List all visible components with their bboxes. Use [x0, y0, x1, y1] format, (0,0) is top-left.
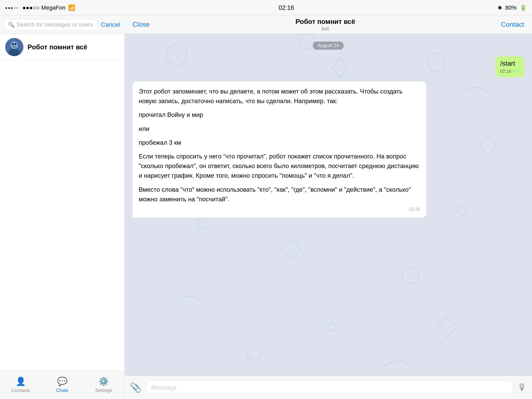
- contacts-icon: 👤: [16, 376, 26, 386]
- chat-info: Робот помнит всё: [28, 43, 119, 51]
- search-bar: 🔍 Cancel: [0, 16, 124, 34]
- chat-title: Робот помнит всё: [295, 18, 355, 26]
- chats-icon: 💬: [57, 376, 68, 386]
- status-bar: ●●●○○ ●●●○○ MegaFon 📶 02:16 ✱ 80% 🔋: [0, 0, 532, 16]
- svg-point-4: [15, 43, 17, 45]
- search-input-container: 🔍: [4, 19, 98, 30]
- outgoing-text: /start: [500, 59, 515, 67]
- attach-button[interactable]: 📎: [130, 382, 142, 393]
- chat-header-center: Робот помнит всё bot: [295, 18, 355, 32]
- date-badge: August 24: [313, 42, 343, 50]
- wifi-icon: 📶: [68, 4, 75, 11]
- right-panel: Close Робот помнит всё bot Contact Augus…: [125, 16, 532, 399]
- incoming-time-row: 02:16: [139, 206, 420, 213]
- tab-chats-label: Chats: [56, 388, 68, 393]
- tab-bar: 👤 Contacts 💬 Chats ⚙️ Settings: [0, 370, 124, 399]
- read-ticks: ✓✓: [512, 69, 520, 74]
- message-row-incoming: Этот робот запоминает, что вы делаете, а…: [132, 81, 524, 218]
- incoming-text: Этот робот запоминает, что вы делаете, а…: [139, 87, 420, 204]
- outgoing-bubble: /start 02:16 ✓✓: [495, 56, 524, 77]
- incoming-time: 02:16: [409, 206, 420, 213]
- chat-header: Close Робот помнит всё bot Contact: [125, 16, 532, 34]
- message-input-area: 📎 🎙: [125, 376, 532, 399]
- signal-dots: ●●●○○: [5, 6, 19, 10]
- tab-chats[interactable]: 💬 Chats: [42, 376, 83, 393]
- status-time: 02:16: [278, 4, 294, 11]
- svg-point-3: [12, 43, 14, 45]
- status-right: ✱ 80% 🔋: [498, 4, 527, 11]
- main-content: 🔍 Cancel Робот по: [0, 16, 532, 399]
- chat-name: Робот помнит всё: [28, 43, 119, 51]
- svg-point-2: [9, 49, 20, 56]
- outgoing-time: 02:16: [500, 69, 511, 74]
- time-row: 02:16 ✓✓: [500, 69, 520, 74]
- carrier-name: ●●●○○ MegaFon: [22, 4, 65, 11]
- message-row-outgoing: /start 02:16 ✓✓: [132, 56, 524, 77]
- date-separator: August 24: [132, 42, 524, 50]
- list-item[interactable]: Робот помнит всё: [0, 34, 124, 61]
- status-left: ●●●○○ ●●●○○ MegaFon 📶: [5, 4, 75, 11]
- chat-subtitle: bot: [295, 26, 355, 32]
- search-input[interactable]: [17, 21, 94, 28]
- close-button[interactable]: Close: [132, 21, 150, 29]
- cancel-button[interactable]: Cancel: [101, 21, 120, 28]
- battery-percent: 80%: [505, 4, 517, 11]
- bluetooth-icon: ✱: [498, 5, 502, 11]
- battery-icon: 🔋: [520, 4, 527, 11]
- avatar: [5, 38, 23, 56]
- search-icon: 🔍: [8, 22, 15, 28]
- chat-list: Робот помнит всё: [0, 34, 124, 370]
- voice-button[interactable]: 🎙: [517, 382, 527, 393]
- message-input[interactable]: [146, 381, 513, 395]
- tab-contacts[interactable]: 👤 Contacts: [0, 376, 42, 393]
- tab-settings-label: Settings: [95, 388, 112, 393]
- messages-area: August 24 /start 02:16 ✓✓ Этот робот зап…: [125, 34, 532, 376]
- settings-icon: ⚙️: [98, 376, 109, 386]
- tab-settings[interactable]: ⚙️ Settings: [83, 376, 124, 393]
- tab-contacts-label: Contacts: [11, 388, 30, 393]
- incoming-bubble: Этот робот запоминает, что вы делаете, а…: [132, 81, 426, 218]
- contact-button[interactable]: Contact: [501, 21, 524, 29]
- left-panel: 🔍 Cancel Робот по: [0, 16, 125, 399]
- svg-point-1: [11, 42, 18, 49]
